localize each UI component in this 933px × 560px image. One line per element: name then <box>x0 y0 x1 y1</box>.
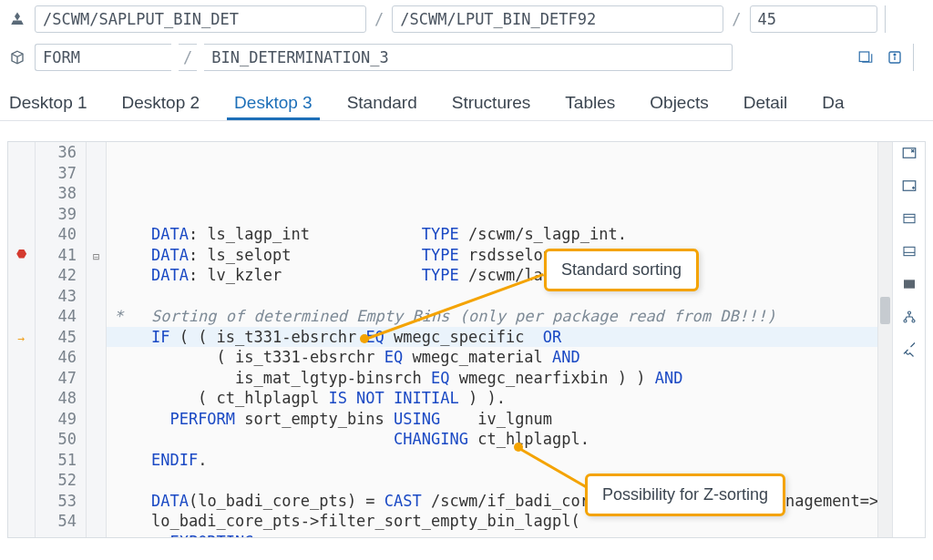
path-separator: / <box>731 10 742 28</box>
block-type-field[interactable]: FORM <box>35 44 171 71</box>
code-line[interactable]: * Sorting of determined Empty Bins (only… <box>114 306 892 327</box>
abap-icon <box>7 9 27 29</box>
svg-rect-10 <box>904 214 915 222</box>
program-field[interactable]: /SCWM/SAPLPUT_BIN_DET <box>35 5 366 33</box>
svg-point-17 <box>912 320 915 322</box>
svg-point-3 <box>894 54 896 56</box>
header-row-1: /SCWM/SAPLPUT_BIN_DET / /SCWM/LPUT_BIN_D… <box>4 0 929 38</box>
tab-desktop-1[interactable]: Desktop 1 <box>2 84 95 120</box>
layout-3-icon[interactable] <box>900 275 918 293</box>
tab-standard[interactable]: Standard <box>340 84 425 120</box>
layout-2-icon[interactable] <box>900 242 918 260</box>
fold-gutter[interactable]: ⊟ <box>87 142 107 537</box>
path-separator: / <box>182 48 193 66</box>
tab-objects[interactable]: Objects <box>642 84 715 120</box>
layout-1-icon[interactable] <box>900 209 918 228</box>
trailing-field[interactable] <box>913 44 926 71</box>
svg-rect-0 <box>859 52 869 62</box>
include-field[interactable]: /SCWM/LPUT_BIN_DETF92 <box>392 5 723 33</box>
tab-desktop-2[interactable]: Desktop 2 <box>115 84 208 120</box>
tab-data-truncated[interactable]: Da <box>815 84 851 120</box>
line-field[interactable]: 45 <box>750 5 877 33</box>
code-line[interactable]: DATA: ls_lagp_int TYPE /scwm/s_lagp_int. <box>114 224 892 245</box>
info-icon[interactable] <box>884 46 906 68</box>
path-separator: / <box>374 10 384 28</box>
svg-rect-14 <box>904 280 915 288</box>
code-line[interactable]: ( ct_hlplagpl IS NOT INITIAL ) ). <box>114 388 892 409</box>
line-number-gutter: 36373839404142434445464748495051525354 <box>36 142 87 537</box>
breakpoint-marker[interactable]: ⬣ <box>8 244 35 265</box>
current-line-marker: → <box>8 329 35 350</box>
svg-point-15 <box>907 311 910 314</box>
scrollbar-thumb[interactable] <box>880 297 890 324</box>
tab-tables[interactable]: Tables <box>558 84 622 120</box>
value-help-icon[interactable] <box>855 46 877 68</box>
settings-icon[interactable] <box>900 341 918 359</box>
code-line[interactable]: CHANGING ct_hlplagpl. <box>114 429 892 450</box>
tab-desktop-3[interactable]: Desktop 3 <box>227 84 320 120</box>
navigation-header: /SCWM/SAPLPUT_BIN_DET / /SCWM/LPUT_BIN_D… <box>0 0 933 76</box>
tab-structures[interactable]: Structures <box>445 84 538 120</box>
tree-icon[interactable] <box>900 308 918 326</box>
callout-z-sorting: Possibility for Z-sorting <box>585 473 785 516</box>
desktop-tabbar: Desktop 1 Desktop 2 Desktop 3 Standard S… <box>0 84 933 121</box>
editor-toolbar-right <box>892 142 925 537</box>
block-name-field[interactable]: BIN_DETERMINATION_3 <box>204 44 733 71</box>
svg-rect-12 <box>904 247 915 255</box>
code-line[interactable]: EXPORTING <box>114 532 892 538</box>
svg-point-16 <box>904 320 907 322</box>
marker-gutter[interactable]: ⬣ → <box>8 142 36 537</box>
code-line[interactable]: IF ( ( is_t331-ebsrchr EQ wmegc_specific… <box>107 327 892 348</box>
close-panel-icon[interactable] <box>900 144 918 162</box>
trailing-field[interactable] <box>885 5 897 33</box>
code-line[interactable]: is_mat_lgtyp-binsrch EQ wmegc_nearfixbin… <box>114 368 892 389</box>
code-line[interactable]: ENDIF. <box>114 450 892 471</box>
code-line[interactable]: DATA: ls_selopt TYPE rsdsselopt. <box>114 245 892 266</box>
code-line[interactable]: DATA: lv_kzler TYPE /scwm/lagp-kzler. <box>114 265 892 286</box>
code-line[interactable]: PERFORM sort_empty_bins USING iv_lgnum <box>114 409 892 430</box>
code-editor: ⬣ → 363738394041424344454647484950515253… <box>7 141 926 538</box>
tab-detail[interactable]: Detail <box>736 84 795 120</box>
callout-standard-sorting: Standard sorting <box>544 249 699 291</box>
cube-icon <box>7 47 27 67</box>
vertical-scrollbar[interactable] <box>877 142 892 537</box>
new-window-icon[interactable] <box>900 177 918 195</box>
code-line[interactable]: ( is_t331-ebsrchr EQ wmegc_material AND <box>114 347 892 368</box>
header-row-2: FORM / BIN_DETERMINATION_3 <box>4 38 929 76</box>
